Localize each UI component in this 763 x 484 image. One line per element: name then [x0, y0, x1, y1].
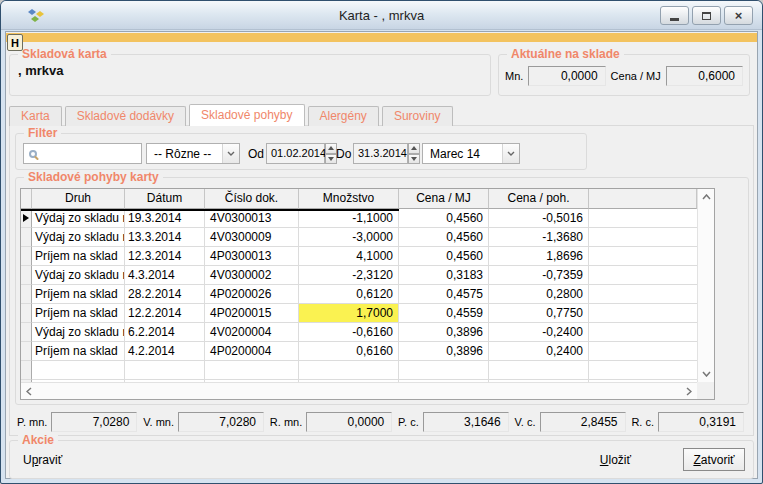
horizontal-scrollbar[interactable] [21, 382, 697, 399]
save-button[interactable]: Uložiť [600, 453, 631, 467]
edit-button[interactable]: Upraviť [23, 453, 62, 467]
cell-cena-mj[interactable]: 0,4559 [399, 304, 489, 323]
cell-druh[interactable]: Výdaj zo skladu na [32, 228, 125, 247]
column-header-cena-mj[interactable]: Cena / MJ [399, 189, 489, 209]
cell-druh[interactable] [32, 361, 125, 380]
spin-down-icon[interactable] [408, 154, 420, 165]
month-dropdown[interactable]: Marec 14 [422, 143, 520, 164]
cell-cena-poh[interactable]: 0,7750 [489, 304, 589, 323]
column-header-cislo[interactable]: Číslo dok. [205, 189, 299, 209]
cell-druh[interactable]: Príjem na sklad [32, 247, 125, 266]
minimize-button[interactable] [660, 6, 689, 25]
cell-mnozstvo[interactable]: 4,1000 [299, 247, 399, 266]
cell-druh[interactable]: Výdaj zo skladu na [32, 323, 125, 342]
maximize-button[interactable] [692, 6, 721, 25]
titlebar[interactable]: Karta - , mrkva × [1, 1, 762, 30]
cell-cena-mj[interactable] [399, 361, 489, 380]
cell-cislo-dok[interactable]: 4P0200015 [205, 304, 299, 323]
cell-datum[interactable]: 4.2.2014 [125, 342, 205, 361]
cell-cislo-dok[interactable]: 4P0300013 [205, 247, 299, 266]
cell-mnozstvo[interactable]: -2,3120 [299, 266, 399, 285]
vertical-scrollbar[interactable] [697, 189, 714, 382]
cell-cena-poh[interactable]: 1,8696 [489, 247, 589, 266]
cell-druh[interactable]: Príjem na sklad [32, 342, 125, 361]
cell-mnozstvo[interactable]: 1,7000 [299, 304, 399, 323]
scroll-left-icon[interactable] [21, 383, 37, 400]
column-header-datum[interactable]: Dátum [125, 189, 205, 209]
scroll-up-icon[interactable] [698, 189, 715, 205]
cell-cislo-dok[interactable]: 4V0200004 [205, 323, 299, 342]
cell-cena-poh[interactable]: -0,5016 [489, 209, 589, 228]
cell-cena-mj[interactable]: 0,4575 [399, 285, 489, 304]
cell-datum[interactable]: 28.2.2014 [125, 285, 205, 304]
search-input[interactable] [23, 143, 142, 164]
cell-druh[interactable]: Výdaj zo skladu na [32, 209, 125, 228]
empty-table-row[interactable] [21, 361, 697, 380]
unit-price-value-field: 0,6000 [666, 66, 743, 86]
column-header-cena-poh[interactable]: Cena / poh. [489, 189, 589, 209]
scroll-down-icon[interactable] [698, 366, 715, 382]
cell-cislo-dok[interactable]: 4V0300002 [205, 266, 299, 285]
cell-mnozstvo[interactable]: 0,6120 [299, 285, 399, 304]
cell-mnozstvo[interactable]: -0,6160 [299, 323, 399, 342]
table-row[interactable]: Výdaj zo skladu na 4.3.2014 4V0300002 -2… [21, 266, 697, 285]
cell-cena-mj[interactable]: 0,4560 [399, 228, 489, 247]
cell-cena-mj[interactable]: 0,3183 [399, 266, 489, 285]
cell-druh[interactable]: Výdaj zo skladu na [32, 266, 125, 285]
column-header-mnozstvo[interactable]: Množstvo [299, 189, 399, 209]
cell-datum[interactable]: 12.2.2014 [125, 304, 205, 323]
cell-datum[interactable]: 12.3.2014 [125, 247, 205, 266]
cell-cena-poh[interactable] [489, 361, 589, 380]
date-from-field[interactable]: 01.02.2014 [266, 143, 325, 164]
tab-suroviny[interactable]: Suroviny [382, 106, 453, 126]
cell-mnozstvo[interactable]: -1,1000 [299, 209, 399, 228]
tab-karta[interactable]: Karta [9, 106, 62, 126]
scroll-right-icon[interactable] [681, 383, 697, 400]
cell-cena-mj[interactable]: 0,3896 [399, 323, 489, 342]
tab-skladove-pohyby[interactable]: Skladové pohyby [189, 104, 304, 126]
window-title: Karta - , mrkva [1, 8, 762, 23]
cell-cena-poh[interactable]: 0,2400 [489, 342, 589, 361]
close-dialog-button[interactable]: Zatvoriť [683, 448, 745, 471]
date-to-field[interactable]: 31.3.2014 [353, 143, 408, 164]
tab-alergeny[interactable]: Alergény [308, 106, 379, 126]
cell-cislo-dok[interactable] [205, 361, 299, 380]
cell-cena-poh[interactable]: 0,2800 [489, 285, 589, 304]
table-row[interactable]: Výdaj zo skladu na 19.3.2014 4V0300013 -… [21, 209, 697, 228]
cell-cena-poh[interactable]: -0,7359 [489, 266, 589, 285]
chevron-down-icon[interactable] [502, 144, 519, 163]
cell-cena-mj[interactable]: 0,3896 [399, 342, 489, 361]
table-row[interactable]: Príjem na sklad 12.3.2014 4P0300013 4,10… [21, 247, 697, 266]
cell-datum[interactable] [125, 361, 205, 380]
cell-druh[interactable]: Príjem na sklad [32, 285, 125, 304]
table-row[interactable]: Príjem na sklad 4.2.2014 4P0200004 0,616… [21, 342, 697, 361]
cell-cena-mj[interactable]: 0,4560 [399, 247, 489, 266]
cell-cena-poh[interactable]: -1,3680 [489, 228, 589, 247]
cell-cislo-dok[interactable]: 4P0200004 [205, 342, 299, 361]
cell-mnozstvo[interactable]: -3,0000 [299, 228, 399, 247]
cell-mnozstvo[interactable] [299, 361, 399, 380]
column-header-druh[interactable]: Druh [32, 189, 125, 209]
cell-cena-poh[interactable]: -0,2400 [489, 323, 589, 342]
cell-druh[interactable]: Príjem na sklad [32, 304, 125, 323]
table-row[interactable]: Výdaj zo skladu na 13.3.2014 4V0300009 -… [21, 228, 697, 247]
type-dropdown[interactable]: -- Rôzne -- [146, 143, 240, 164]
chevron-down-icon[interactable] [222, 144, 239, 163]
cell-datum[interactable]: 4.3.2014 [125, 266, 205, 285]
tab-skladove-dodavky[interactable]: Skladové dodávky [65, 106, 186, 126]
cell-cislo-dok[interactable]: 4P0200026 [205, 285, 299, 304]
h-button[interactable]: H [7, 34, 23, 51]
cell-cena-mj[interactable]: 0,4560 [399, 209, 489, 228]
spin-up-icon[interactable] [408, 143, 420, 154]
cell-cislo-dok[interactable]: 4V0300013 [205, 209, 299, 228]
table-row[interactable]: Príjem na sklad 28.2.2014 4P0200026 0,61… [21, 285, 697, 304]
close-button[interactable]: × [724, 6, 753, 25]
table-row[interactable]: Výdaj zo skladu na 6.2.2014 4V0200004 -0… [21, 323, 697, 342]
cell-datum[interactable]: 6.2.2014 [125, 323, 205, 342]
cell-cislo-dok[interactable]: 4V0300009 [205, 228, 299, 247]
table-row[interactable]: Príjem na sklad 12.2.2014 4P0200015 1,70… [21, 304, 697, 323]
cell-datum[interactable]: 13.3.2014 [125, 228, 205, 247]
cell-datum[interactable]: 19.3.2014 [125, 209, 205, 228]
date-to-spinner[interactable] [408, 143, 420, 164]
cell-mnozstvo[interactable]: 0,6160 [299, 342, 399, 361]
